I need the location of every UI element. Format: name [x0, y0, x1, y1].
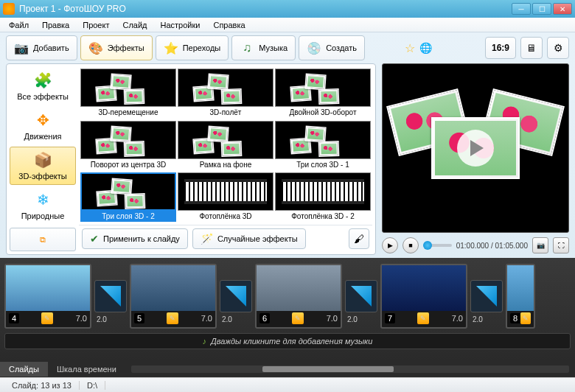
effect-label: Двойной 3D-оборот	[288, 107, 358, 118]
music-hint: Дважды кликните для добавления музыки	[211, 337, 372, 346]
move-icon: ✥	[37, 111, 49, 129]
effect-item[interactable]: Три слоя 3D - 2	[80, 172, 176, 223]
tab-music-label: Музыка	[259, 43, 288, 52]
slide-duration: 7.0	[201, 314, 212, 323]
menu-project[interactable]: Проект	[77, 19, 115, 31]
timeline-slide[interactable]: 4✎7.0	[4, 264, 91, 329]
tab-timescale[interactable]: Шкала времени	[48, 362, 125, 377]
timeline: 4✎7.02.05✎7.02.06✎7.02.07✎7.02.08✎ ♪Дваж…	[0, 258, 575, 361]
palette-icon: 🎨	[88, 41, 103, 55]
tab-effects[interactable]: 🎨Эффекты	[80, 35, 153, 60]
music-track[interactable]: ♪Дважды кликните для добавления музыки	[4, 333, 571, 349]
slide-number: 4	[9, 313, 19, 323]
tab-add-label: Добавить	[33, 43, 69, 52]
globe-icon[interactable]: 🌐	[419, 42, 432, 54]
menu-help[interactable]: Справка	[207, 19, 251, 31]
menu-edit[interactable]: Правка	[36, 19, 75, 31]
check-icon: ✔	[90, 233, 99, 245]
maximize-button[interactable]: ☐	[532, 3, 551, 15]
tab-add[interactable]: 📷Добавить	[6, 35, 77, 60]
transition-item[interactable]: 2.0	[220, 280, 252, 312]
tab-music[interactable]: ♫Музыка	[231, 35, 296, 60]
minimize-button[interactable]: ─	[512, 3, 531, 15]
cat-all[interactable]: 🧩Все эффекты	[10, 67, 76, 105]
edit-slide-button[interactable]: ✎	[41, 312, 53, 324]
statusbar: Слайд: 13 из 13 D:\	[0, 377, 575, 392]
timeline-strip[interactable]: 4✎7.02.05✎7.02.06✎7.02.07✎7.02.08✎	[4, 262, 571, 330]
cat-nature[interactable]: ❄Природные	[10, 186, 76, 225]
apply-button[interactable]: ✔Применить к слайду	[82, 228, 188, 249]
star-icon: ⭐	[164, 41, 178, 55]
effect-item[interactable]: 3D-полёт	[178, 69, 273, 119]
timeline-slide[interactable]: 8✎	[506, 264, 535, 329]
cat-3d[interactable]: 📦3D-эффекты	[10, 147, 76, 185]
cube-icon: 📦	[34, 151, 52, 169]
timeline-slide[interactable]: 7✎7.0	[380, 264, 467, 329]
transition-item[interactable]: 2.0	[470, 280, 503, 312]
seek-slider[interactable]	[423, 244, 452, 247]
effect-label: 3D-перемещение	[97, 107, 160, 118]
timeline-slide[interactable]: 5✎7.0	[130, 264, 217, 329]
effect-item[interactable]: Фотоплёнка 3D	[178, 172, 273, 223]
brush-button[interactable]: 🖌	[349, 228, 369, 249]
disc-icon: 💿	[307, 41, 321, 55]
settings-button[interactable]: ⚙	[547, 37, 569, 59]
effect-label: Фотоплёнка 3D	[198, 211, 253, 222]
edit-slide-button[interactable]: ✎	[520, 312, 531, 324]
edit-slide-button[interactable]: ✎	[167, 312, 178, 324]
favorite-icon[interactable]: ☆	[405, 41, 415, 55]
effect-item[interactable]: Рамка на фоне	[178, 121, 273, 172]
titlebar: Проект 1 - ФотоШОУ PRO ─ ☐ ✕	[0, 0, 575, 18]
tab-transitions[interactable]: ⭐Переходы	[156, 35, 229, 60]
menu-slide[interactable]: Слайд	[116, 19, 153, 31]
effect-item[interactable]: 3D-перемещение	[80, 69, 176, 119]
aspect-ratio[interactable]: 16:9	[485, 37, 516, 59]
collage-button[interactable]: ⧉	[10, 228, 76, 251]
cat-motion[interactable]: ✥Движения	[10, 107, 76, 145]
tab-create-label: Создать	[326, 43, 357, 52]
transition-item[interactable]: 2.0	[94, 280, 127, 312]
effect-item[interactable]: Фотоплёнка 3D - 2	[275, 172, 371, 223]
edit-slide-button[interactable]: ✎	[292, 312, 304, 324]
effect-label: Три слоя 3D - 2	[80, 211, 176, 222]
display-button[interactable]: 🖥	[520, 37, 543, 59]
stop-button[interactable]: ■	[402, 237, 419, 253]
music-note-icon: ♪	[203, 337, 207, 346]
main-toolbar: 📷Добавить 🎨Эффекты ⭐Переходы ♫Музыка 💿Со…	[0, 32, 575, 63]
close-button[interactable]: ✕	[553, 3, 572, 15]
slide-number: 8	[510, 313, 520, 323]
tab-slides[interactable]: Слайды	[0, 362, 48, 377]
tab-transitions-label: Переходы	[183, 43, 221, 52]
snapshot-button[interactable]: 📷	[532, 237, 548, 253]
edit-slide-button[interactable]: ✎	[417, 312, 429, 324]
snowflake-icon: ❄	[37, 191, 49, 209]
effect-label: Фотоплёнка 3D - 2	[290, 211, 355, 222]
bottom-tabs: Слайды Шкала времени	[0, 361, 575, 377]
transition-item[interactable]: 2.0	[345, 280, 377, 312]
effect-label: 3D-полёт	[209, 107, 243, 118]
puzzle-icon: 🧩	[34, 71, 52, 89]
time-display: 01:00.000 / 01:05.000	[456, 242, 528, 250]
slide-duration: 7.0	[452, 314, 463, 323]
random-button[interactable]: 🪄Случайные эффекты	[192, 228, 306, 249]
menu-file[interactable]: Файл	[3, 19, 35, 31]
effect-item[interactable]: Двойной 3D-оборот	[275, 69, 371, 119]
effect-item[interactable]: Три слоя 3D - 1	[275, 121, 371, 172]
tab-create[interactable]: 💿Создать	[299, 35, 365, 60]
status-count: Слайд: 13 из 13	[4, 381, 80, 390]
effect-label: Поворот из центра 3D	[89, 159, 168, 170]
slide-number: 5	[134, 313, 144, 323]
effects-grid: 3D-перемещение3D-полётДвойной 3D-оборотП…	[79, 67, 372, 225]
tab-effects-label: Эффекты	[108, 43, 144, 52]
play-button[interactable]: ▶	[382, 237, 398, 253]
cat-nature-label: Природные	[21, 211, 65, 220]
timeline-slide[interactable]: 6✎7.0	[255, 264, 342, 329]
wand-icon: 🪄	[201, 233, 213, 245]
timeline-scrollbar[interactable]	[131, 365, 569, 373]
preview-screen[interactable]	[382, 63, 569, 233]
effect-item[interactable]: Поворот из центра 3D	[80, 121, 176, 172]
menu-settings[interactable]: Настройки	[155, 19, 206, 31]
fullscreen-button[interactable]: ⛶	[553, 237, 569, 253]
slide-number: 6	[259, 313, 270, 323]
random-label: Случайные эффекты	[217, 234, 298, 243]
